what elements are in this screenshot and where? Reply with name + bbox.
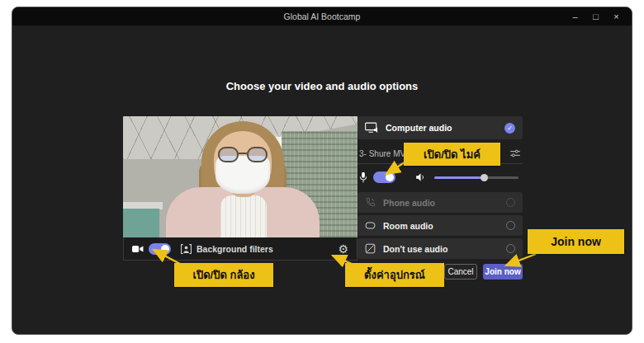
device-settings-callout: ตั้งค่าอุปกรณ์ (345, 263, 444, 287)
mic-toggle-callout: เปิด/ปิด ไมค์ (404, 143, 500, 166)
dont-use-audio-label: Don't use audio (383, 244, 447, 254)
window-controls: – □ × (565, 7, 627, 26)
computer-audio-label: Computer audio (386, 123, 452, 133)
phone-audio-option: Phone audio (358, 192, 523, 213)
audio-options-panel: Computer audio ✓ 3- Shure MV7 (358, 116, 523, 280)
mic-toggle[interactable] (373, 172, 395, 183)
glasses-bridge (239, 153, 247, 154)
audio-off-icon (365, 243, 376, 254)
room-audio-radio[interactable] (506, 221, 515, 230)
teams-prejoin-window: Global AI Bootcamp – □ × Choose your vid… (12, 7, 632, 335)
person-illustration (123, 116, 358, 237)
camera-icon (132, 244, 144, 254)
mic-device-name: 3- Shure MV7 (359, 149, 410, 158)
video-preview-section: Background filters ⚙ (123, 116, 358, 261)
maximize-button[interactable]: □ (585, 7, 606, 26)
selected-check-icon: ✓ (504, 123, 515, 134)
cancel-button[interactable]: Cancel (444, 264, 477, 280)
phone-audio-icon (365, 197, 376, 208)
room-audio-icon (365, 221, 376, 230)
join-now-callout: Join now (528, 229, 624, 254)
minimize-button[interactable]: – (565, 7, 585, 26)
dont-use-audio-option[interactable]: Don't use audio (358, 238, 523, 259)
phone-audio-label: Phone audio (383, 198, 435, 208)
glasses-lens (218, 147, 239, 162)
join-now-button[interactable]: Join now (483, 264, 523, 280)
room-audio-label: Room audio (383, 221, 433, 231)
video-control-bar: Background filters ⚙ (123, 237, 358, 261)
background-filters-icon (181, 244, 192, 254)
mic-toggle-knob (386, 173, 394, 181)
microphone-icon (359, 172, 367, 183)
page-title: Choose your video and audio options (12, 80, 632, 92)
room-audio-option[interactable]: Room audio (358, 215, 523, 236)
audio-settings-sliders-icon[interactable] (509, 148, 521, 158)
volume-slider-thumb[interactable] (481, 174, 488, 181)
volume-slider-fill (434, 176, 485, 179)
glasses-lens (247, 147, 268, 162)
close-button[interactable]: × (606, 7, 627, 26)
titlebar: Global AI Bootcamp – □ × (12, 7, 632, 26)
volume-slider[interactable] (434, 176, 519, 179)
camera-toggle-knob (161, 245, 169, 253)
self-video-preview (123, 116, 358, 237)
phone-audio-radio (506, 198, 515, 207)
window-title: Global AI Bootcamp (284, 12, 361, 21)
device-settings-gear-icon[interactable]: ⚙ (338, 243, 348, 255)
computer-audio-option[interactable]: Computer audio ✓ (358, 116, 523, 139)
speaker-icon (415, 172, 426, 182)
background-filters-label[interactable]: Background filters (197, 244, 273, 254)
person-glasses (218, 147, 268, 163)
computer-audio-icon (365, 122, 379, 134)
person-shirt (220, 195, 267, 237)
dont-use-audio-radio[interactable] (506, 244, 515, 253)
camera-toggle[interactable] (149, 243, 171, 255)
camera-toggle-callout: เปิด/ปิด กล้อง (174, 263, 273, 287)
